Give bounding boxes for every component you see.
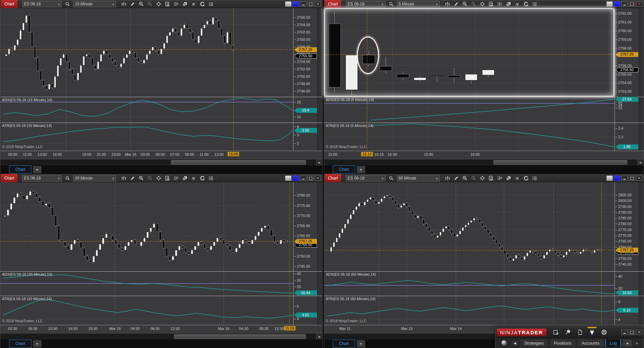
chart-trader-icon[interactable] (496, 175, 503, 181)
add-tab-button[interactable]: + (623, 340, 632, 347)
adx-plot-area[interactable]: ADX(ES 06-18 (15 Minute),14) (0, 97, 293, 123)
draw-icon[interactable] (129, 175, 136, 181)
chart-scrollbar[interactable]: ▶ (0, 333, 322, 340)
crosshair-icon[interactable] (155, 175, 162, 181)
data-window-icon[interactable] (487, 1, 495, 7)
tab-positions[interactable]: Positions (550, 339, 576, 347)
maximize-button[interactable] (307, 1, 314, 7)
price-axis[interactable]: 2766.002764.002762.002760.002758.002756.… (293, 8, 317, 97)
tab-chart[interactable]: Chart (333, 340, 355, 348)
maximize-button[interactable] (629, 330, 635, 335)
ninjascript-icon[interactable]: N (190, 175, 197, 181)
crosshair-icon[interactable] (155, 1, 162, 7)
maximize-button[interactable] (629, 1, 635, 7)
instrument-dropdown[interactable]: ES 06-18 ∨ (346, 1, 385, 7)
price-axis[interactable]: 2762.002761.002760.002759.002758.002756.… (614, 8, 639, 97)
scrollbar-track[interactable] (0, 334, 316, 340)
atr-plot-area[interactable]: ATR(ES 06-18 (15 Minute),14)© 2018 Ninja… (0, 123, 293, 151)
crosshair-icon[interactable] (479, 175, 486, 181)
zoom-out-icon[interactable] (470, 1, 477, 7)
interval-link-button[interactable] (614, 1, 620, 7)
adx-plot-area[interactable]: ADX(ES 06-18 (5 Minute),14) (324, 97, 614, 123)
scroll-right-button[interactable]: ▶ (638, 159, 644, 165)
scrollbar-track[interactable] (0, 159, 316, 165)
tab-chart[interactable]: Chart (9, 340, 32, 348)
tab-strategies[interactable]: Strategies (520, 339, 548, 347)
maximize-button[interactable] (307, 176, 314, 181)
chart-style-icon[interactable] (444, 175, 451, 181)
interval-link-button[interactable] (292, 1, 299, 7)
zoom-in-icon[interactable] (138, 175, 145, 181)
add-tab-button[interactable]: + (33, 166, 42, 173)
close-button[interactable]: ✕ (636, 1, 642, 7)
price-plot-area[interactable] (0, 8, 293, 97)
price-plot-area[interactable] (324, 182, 614, 271)
zoom-in-icon[interactable] (138, 1, 145, 7)
atr-axis[interactable]: 2.42.21.98 (614, 123, 639, 151)
reload-icon[interactable] (522, 1, 530, 7)
instrument-link-button[interactable] (606, 1, 613, 7)
atr-plot-area[interactable]: ATR(ES 06-18 (30 Minute),14)© 2018 Ninja… (0, 296, 293, 325)
instrument-link-button[interactable] (285, 1, 291, 7)
instrument-link-button[interactable] (285, 176, 291, 181)
price-plot-area[interactable] (0, 182, 293, 271)
interval-link-button[interactable] (614, 176, 620, 181)
atr-axis[interactable]: 4323.55 (293, 123, 317, 151)
draw-icon[interactable] (452, 1, 460, 7)
chart-style-icon[interactable] (120, 1, 127, 7)
tab-chart[interactable]: Chart (9, 165, 32, 173)
minimize-button[interactable] (300, 176, 306, 181)
crosshair-icon[interactable] (479, 1, 486, 7)
properties-icon[interactable] (207, 175, 215, 181)
data-window-icon[interactable] (164, 1, 171, 7)
adx-plot-area[interactable]: ADX(ES 06-18 (30 Minute),14) (0, 272, 293, 296)
ninjascript-icon[interactable]: N (514, 175, 521, 181)
zoom-in-icon[interactable] (461, 175, 469, 181)
chart-trader-icon[interactable] (172, 175, 180, 181)
add-tab-button[interactable]: + (33, 340, 42, 348)
interval-dropdown[interactable]: 5 Minute ∨ (397, 1, 440, 7)
draw-icon[interactable] (129, 1, 136, 7)
atr-plot-area[interactable]: ATR(ES 06-18 (5 Minute),14)© 2018 NinjaT… (324, 123, 614, 151)
tab-chart[interactable]: Chart (333, 165, 355, 173)
minimize-button[interactable] (621, 176, 628, 181)
ninjascript-icon[interactable]: N (514, 1, 521, 7)
atr-axis[interactable]: 846.13 (614, 296, 639, 325)
instrument-dropdown[interactable]: ES 06-18 ∨ (22, 175, 62, 182)
data-window-icon[interactable] (487, 175, 495, 181)
interval-dropdown[interactable]: 60 Minute ∨ (397, 175, 440, 182)
interval-link-button[interactable] (292, 176, 299, 181)
instrument-link-button[interactable] (606, 176, 613, 181)
tabs-scroll-left-icon[interactable]: ◀ (512, 341, 518, 346)
instrument-search-icon[interactable] (387, 1, 395, 7)
scroll-right-button[interactable]: ▶ (316, 159, 322, 165)
reload-icon[interactable] (199, 175, 206, 181)
minimize-button[interactable] (300, 1, 306, 7)
chart-style-icon[interactable] (120, 175, 127, 181)
close-button[interactable]: ✕ (636, 330, 642, 335)
reload-icon[interactable] (522, 175, 530, 181)
zoom-out-icon[interactable] (146, 175, 154, 181)
scrollbar-thumb[interactable] (171, 160, 306, 165)
add-tab-button[interactable]: + (357, 340, 365, 348)
scrollbar-track[interactable] (324, 159, 638, 165)
close-button[interactable]: ✕ (315, 1, 321, 7)
price-axis[interactable]: 2780.002775.002770.002765.002760.002750.… (293, 182, 317, 271)
tab-log[interactable]: Log (605, 339, 621, 347)
zoom-in-icon[interactable] (461, 1, 469, 7)
minimize-button[interactable] (621, 1, 628, 7)
maximize-button[interactable] (629, 176, 635, 181)
instrument-dropdown[interactable]: ES 06-18 ∨ (346, 175, 385, 182)
adx-axis[interactable]: 251519.4 (293, 97, 317, 123)
properties-icon[interactable] (531, 1, 538, 7)
chart-scrollbar[interactable]: ▶ (324, 159, 644, 165)
adx-axis[interactable]: 402010.83 (614, 272, 639, 296)
add-tab-button[interactable]: + (357, 166, 365, 173)
adx-axis[interactable]: 40302010.44 (293, 272, 317, 296)
draw-icon[interactable] (452, 175, 460, 181)
scrollbar-thumb[interactable] (174, 334, 306, 339)
price-plot-area[interactable] (324, 8, 614, 97)
close-button[interactable]: ✕ (636, 176, 642, 181)
tabs-scroll-right-icon[interactable]: ▶ (634, 341, 641, 346)
new-window-icon[interactable] (551, 329, 560, 336)
